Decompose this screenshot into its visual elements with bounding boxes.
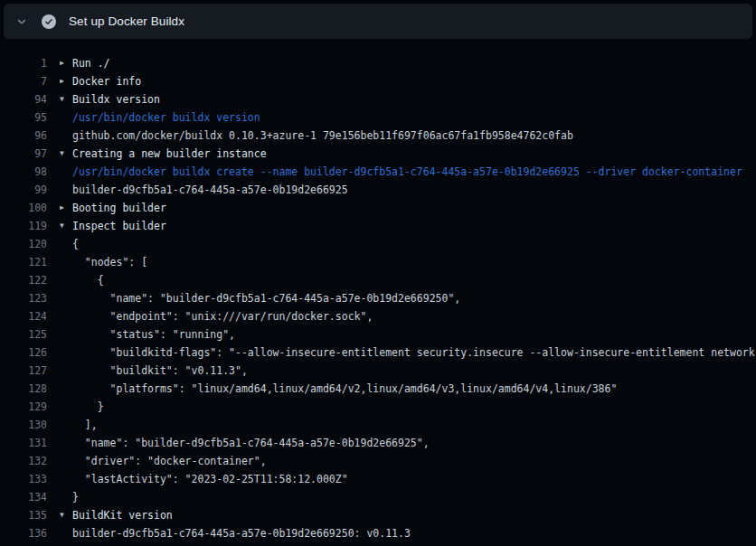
- log-line: 99builder-d9cfb5a1-c764-445a-a57e-0b19d2…: [0, 181, 756, 199]
- output-text: "driver": "docker-container",: [72, 452, 267, 470]
- log-group-row[interactable]: 100▶Booting builder: [0, 199, 756, 217]
- line-number[interactable]: 127: [0, 362, 47, 380]
- line-number[interactable]: 126: [0, 344, 47, 362]
- line-number[interactable]: 133: [0, 470, 47, 488]
- line-number[interactable]: 98: [0, 163, 47, 181]
- line-number[interactable]: 7: [0, 72, 47, 90]
- line-body: "platforms": "linux/amd64,linux/amd64/v2…: [60, 380, 617, 398]
- log-line: 121 "nodes": [: [0, 253, 756, 271]
- triangle-right-icon[interactable]: ▶: [60, 72, 72, 90]
- line-number[interactable]: 1: [0, 54, 47, 72]
- step-header[interactable]: Set up Docker Buildx: [4, 4, 752, 39]
- output-text: "buildkitd-flags": "--allow-insecure-ent…: [72, 344, 756, 362]
- output-text: {: [72, 271, 104, 289]
- log-line: 134}: [0, 488, 756, 506]
- line-body: github.com/docker/buildx 0.10.3+azure-1 …: [60, 127, 573, 145]
- gutter-spacer: [60, 253, 72, 271]
- line-body: ▶Run ./: [60, 54, 110, 72]
- output-text: "endpoint": "unix:///var/run/docker.sock…: [72, 307, 373, 325]
- gutter-spacer: [60, 235, 72, 253]
- line-number[interactable]: 99: [0, 181, 47, 199]
- line-body: {: [60, 235, 79, 253]
- line-number[interactable]: 122: [0, 271, 47, 289]
- log-line: 127 "buildkit": "v0.11.3",: [0, 362, 756, 380]
- line-number[interactable]: 100: [0, 199, 47, 217]
- log-line: 95/usr/bin/docker buildx version: [0, 108, 756, 127]
- line-number[interactable]: 121: [0, 253, 47, 271]
- group-title: Creating a new builder instance: [72, 145, 267, 163]
- line-body: ▼BuildKit version: [60, 506, 173, 524]
- log-line: 128 "platforms": "linux/amd64,linux/amd6…: [0, 380, 756, 398]
- gutter-spacer: [60, 163, 72, 181]
- log-group-row[interactable]: 135▼BuildKit version: [0, 506, 756, 524]
- log-group-row[interactable]: 94▼Buildx version: [0, 90, 756, 108]
- log-group-row[interactable]: 7▶Docker info: [0, 72, 756, 90]
- log-line: 120{: [0, 235, 756, 253]
- log-line: 96github.com/docker/buildx 0.10.3+azure-…: [0, 127, 756, 145]
- line-number[interactable]: 125: [0, 325, 47, 344]
- triangle-right-icon[interactable]: ▶: [60, 54, 72, 72]
- line-body: }: [60, 488, 79, 506]
- line-body: ▶Booting builder: [60, 199, 166, 217]
- line-number[interactable]: 95: [0, 108, 47, 127]
- output-text: "lastActivity": "2023-02-25T11:58:12.000…: [72, 470, 348, 488]
- gutter-spacer: [60, 344, 72, 362]
- triangle-right-icon[interactable]: ▶: [60, 199, 72, 217]
- line-number[interactable]: 123: [0, 289, 47, 307]
- log-line: 98/usr/bin/docker buildx create --name b…: [0, 163, 756, 181]
- log-group-row[interactable]: 119▼Inspect builder: [0, 217, 756, 235]
- line-number[interactable]: 135: [0, 506, 47, 524]
- output-text: "platforms": "linux/amd64,linux/amd64/v2…: [72, 380, 617, 398]
- gutter-spacer: [60, 271, 72, 289]
- group-title: Booting builder: [72, 199, 166, 217]
- line-number[interactable]: 131: [0, 434, 47, 452]
- output-text: "name": "builder-d9cfb5a1-c764-445a-a57e…: [72, 434, 430, 452]
- line-number[interactable]: 94: [0, 90, 47, 108]
- line-number[interactable]: 134: [0, 488, 47, 506]
- line-body: {: [60, 271, 104, 289]
- log-group-row[interactable]: 1▶Run ./: [0, 54, 756, 72]
- line-body: "driver": "docker-container",: [60, 452, 267, 470]
- chevron-down-icon[interactable]: [14, 14, 29, 29]
- line-body: ▶Docker info: [60, 72, 141, 90]
- triangle-down-icon[interactable]: ▼: [60, 217, 72, 235]
- line-number[interactable]: 119: [0, 217, 47, 235]
- line-body: "lastActivity": "2023-02-25T11:58:12.000…: [60, 470, 348, 488]
- triangle-down-icon[interactable]: ▼: [60, 145, 72, 163]
- gutter-spacer: [60, 398, 72, 416]
- group-title: Buildx version: [72, 90, 160, 108]
- output-text: "buildkit": "v0.11.3",: [72, 362, 248, 380]
- line-number[interactable]: 128: [0, 380, 47, 398]
- line-number[interactable]: 132: [0, 452, 47, 470]
- line-body: "buildkit": "v0.11.3",: [60, 362, 248, 380]
- log-line: 124 "endpoint": "unix:///var/run/docker.…: [0, 307, 756, 325]
- line-number[interactable]: 97: [0, 145, 47, 163]
- log-viewer: 1▶Run ./7▶Docker info94▼Buildx version95…: [0, 39, 756, 542]
- gutter-spacer: [60, 181, 72, 199]
- log-line: 122 {: [0, 271, 756, 289]
- output-text: "nodes": [: [72, 253, 147, 271]
- log-line: 132 "driver": "docker-container",: [0, 452, 756, 470]
- log-line: 130 ],: [0, 416, 756, 434]
- gutter-spacer: [60, 362, 72, 380]
- output-text: builder-d9cfb5a1-c764-445a-a57e-0b19d2e6…: [72, 524, 411, 542]
- line-number[interactable]: 96: [0, 127, 47, 145]
- line-number[interactable]: 136: [0, 524, 47, 542]
- output-text: {: [72, 235, 79, 253]
- line-body: "status": "running",: [60, 325, 235, 344]
- line-number[interactable]: 130: [0, 416, 47, 434]
- gutter-spacer: [60, 127, 72, 145]
- triangle-down-icon[interactable]: ▼: [60, 506, 72, 524]
- log-line: 123 "name": "builder-d9cfb5a1-c764-445a-…: [0, 289, 756, 307]
- gutter-spacer: [60, 380, 72, 398]
- gutter-spacer: [60, 108, 72, 127]
- log-group-row[interactable]: 97▼Creating a new builder instance: [0, 145, 756, 163]
- line-body: "name": "builder-d9cfb5a1-c764-445a-a57e…: [60, 289, 460, 307]
- log-line: 129 }: [0, 398, 756, 416]
- line-number[interactable]: 124: [0, 307, 47, 325]
- line-number[interactable]: 129: [0, 398, 47, 416]
- group-title: BuildKit version: [72, 506, 173, 524]
- triangle-down-icon[interactable]: ▼: [60, 90, 72, 108]
- log-line: 136builder-d9cfb5a1-c764-445a-a57e-0b19d…: [0, 524, 756, 542]
- line-number[interactable]: 120: [0, 235, 47, 253]
